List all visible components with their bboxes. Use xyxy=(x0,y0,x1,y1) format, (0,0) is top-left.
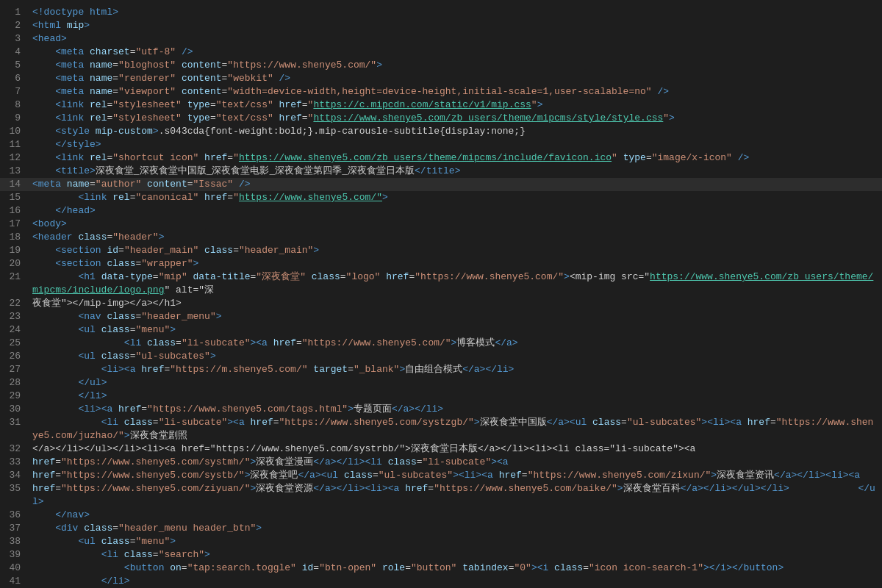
line-content: <li class="li-subcate"><a href="https://… xyxy=(32,416,879,442)
code-line: 33href="https://www.shenye5.com/systmh/"… xyxy=(0,456,882,469)
code-line: 20 <section class="wrapper"> xyxy=(0,257,882,270)
code-line: 31 <li class="li-subcate"><a href="https… xyxy=(0,416,882,442)
line-content: </head> xyxy=(32,204,879,218)
line-content: <meta charset="utf-8" /> xyxy=(32,46,879,59)
line-content: <div class="header_menu header_btn"> xyxy=(32,522,879,535)
line-number: 4 xyxy=(3,46,32,59)
line-number: 24 xyxy=(3,323,32,337)
code-editor[interactable]: 1<!doctype html>2<html mip>3<head>4 <met… xyxy=(0,0,882,588)
line-content: <meta name="renderer" content="webkit" /… xyxy=(32,72,879,85)
code-line: 12 <link rel="shortcut icon" href="https… xyxy=(0,151,882,165)
line-number: 20 xyxy=(3,257,32,270)
line-number: 39 xyxy=(3,548,32,562)
code-line: 32</a></li></ul></li><li><a href="https:… xyxy=(0,442,882,456)
code-line: 17<body> xyxy=(0,218,882,231)
line-content: <body> xyxy=(32,218,879,231)
line-number: 6 xyxy=(3,72,32,85)
line-content: <link rel="shortcut icon" href="https://… xyxy=(32,151,879,165)
code-line: 21 <h1 data-type="mip" data-title="深夜食堂"… xyxy=(0,270,882,297)
code-line: 9 <link rel="stylesheet" type="text/css"… xyxy=(0,112,882,125)
code-line: 26 <ul class="ul-subcates"> xyxy=(0,350,882,363)
line-number: 23 xyxy=(3,310,32,323)
line-content: <link rel="canonical" href="https://www.… xyxy=(32,191,879,204)
line-content: </li> xyxy=(32,575,879,588)
line-content: </li> xyxy=(32,390,879,403)
line-number: 38 xyxy=(3,535,32,548)
line-number: 31 xyxy=(3,416,32,429)
line-content: <li class="li-subcate"><a href="https://… xyxy=(32,337,879,350)
code-line: 15 <link rel="canonical" href="https://w… xyxy=(0,191,882,204)
line-number: 35 xyxy=(3,482,32,495)
code-line: 27 <li><a href="https://m.shenye5.com/" … xyxy=(0,363,882,376)
code-line: 13 <title>深夜食堂_深夜食堂中国版_深夜食堂电影_深夜食堂第四季_深夜… xyxy=(0,165,882,178)
line-content: </a></li></ul></li><li><a href="https://… xyxy=(32,442,879,456)
line-number: 13 xyxy=(3,165,32,178)
code-line: 40 <button on="tap:search.toggle" id="bt… xyxy=(0,562,882,575)
line-number: 3 xyxy=(3,32,32,46)
code-line: 4 <meta charset="utf-8" /> xyxy=(0,46,882,59)
code-line: 8 <link rel="stylesheet" type="text/css"… xyxy=(0,98,882,112)
line-number: 29 xyxy=(3,390,32,403)
code-line: 10 <style mip-custom>.s043cda{font-weigh… xyxy=(0,125,882,138)
line-content: <ul class="menu"> xyxy=(32,535,879,548)
line-content: <ul class="menu"> xyxy=(32,323,879,337)
line-content: <h1 data-type="mip" data-title="深夜食堂" cl… xyxy=(32,270,879,297)
code-line: 14<meta name="author" content="Issac" /> xyxy=(0,178,882,191)
line-number: 19 xyxy=(3,244,32,257)
line-number: 22 xyxy=(3,297,32,310)
line-number: 17 xyxy=(3,218,32,231)
line-content: </style> xyxy=(32,138,879,151)
line-number: 41 xyxy=(3,575,32,588)
line-content: <section id="header_main" class="header_… xyxy=(32,244,879,257)
line-content: href="https://www.shenye5.com/systb/">深夜… xyxy=(32,469,879,482)
line-number: 26 xyxy=(3,350,32,363)
code-line: 34href="https://www.shenye5.com/systb/">… xyxy=(0,469,882,482)
line-number: 2 xyxy=(3,19,32,32)
code-line: 7 <meta name="viewport" content="width=d… xyxy=(0,85,882,98)
code-line: 41 </li> xyxy=(0,575,882,588)
code-line: 2<html mip> xyxy=(0,19,882,32)
line-content: <li><a href="https://www.shenye5.com/tag… xyxy=(32,403,879,416)
line-content: <!doctype html> xyxy=(32,6,879,19)
code-line: 35href="https://www.shenye5.com/ziyuan/"… xyxy=(0,482,882,509)
line-content: <li><a href="https://m.shenye5.com/" tar… xyxy=(32,363,879,376)
line-content: <style mip-custom>.s043cda{font-weight:b… xyxy=(32,125,879,138)
line-number: 30 xyxy=(3,403,32,416)
code-line: 1<!doctype html> xyxy=(0,6,882,19)
line-content: <meta name="author" content="Issac" /> xyxy=(32,178,879,191)
line-content: href="https://www.shenye5.com/systmh/">深… xyxy=(32,456,879,469)
line-number: 33 xyxy=(3,456,32,469)
code-line: 39 <li class="search"> xyxy=(0,548,882,562)
line-number: 37 xyxy=(3,522,32,535)
line-content: <ul class="ul-subcates"> xyxy=(32,350,879,363)
line-content: <button on="tap:search.toggle" id="btn-o… xyxy=(32,562,879,575)
code-line: 38 <ul class="menu"> xyxy=(0,535,882,548)
line-number: 15 xyxy=(3,191,32,204)
line-content: <section class="wrapper"> xyxy=(32,257,879,270)
code-line: 3<head> xyxy=(0,32,882,46)
code-line: 30 <li><a href="https://www.shenye5.com/… xyxy=(0,403,882,416)
line-number: 16 xyxy=(3,204,32,218)
line-number: 25 xyxy=(3,337,32,350)
code-line: 6 <meta name="renderer" content="webkit"… xyxy=(0,72,882,85)
line-number: 9 xyxy=(3,112,32,125)
line-number: 28 xyxy=(3,376,32,390)
code-line: 11 </style> xyxy=(0,138,882,151)
line-content: href="https://www.shenye5.com/ziyuan/">深… xyxy=(32,482,879,509)
code-line: 24 <ul class="menu"> xyxy=(0,323,882,337)
line-number: 11 xyxy=(3,138,32,151)
line-number: 14 xyxy=(3,178,32,191)
line-content: </nav> xyxy=(32,509,879,522)
line-number: 32 xyxy=(3,442,32,456)
line-number: 8 xyxy=(3,98,32,112)
line-content: </ul> xyxy=(32,376,879,390)
line-number: 21 xyxy=(3,270,32,284)
line-number: 5 xyxy=(3,59,32,72)
line-content: <li class="search"> xyxy=(32,548,879,562)
line-number: 36 xyxy=(3,509,32,522)
line-content: <title>深夜食堂_深夜食堂中国版_深夜食堂电影_深夜食堂第四季_深夜食堂日… xyxy=(32,165,879,178)
line-number: 34 xyxy=(3,469,32,482)
code-line: 29 </li> xyxy=(0,390,882,403)
line-number: 40 xyxy=(3,562,32,575)
code-line: 19 <section id="header_main" class="head… xyxy=(0,244,882,257)
